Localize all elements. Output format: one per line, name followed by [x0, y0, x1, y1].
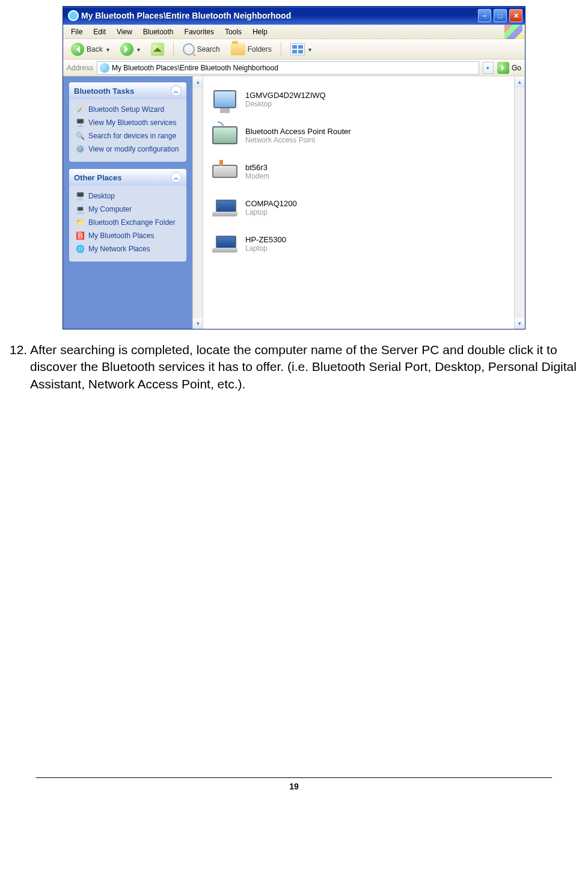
main-scrollbar[interactable]: ▴ ▾	[514, 76, 525, 329]
task-item[interactable]: 🖥️View My Bluetooth services	[75, 116, 180, 129]
maximize-button[interactable]: □	[494, 9, 507, 22]
folder-icon: 📁	[75, 218, 85, 227]
scroll-up-arrow-icon[interactable]: ▴	[515, 76, 525, 87]
device-name: HP-ZE5300	[245, 235, 286, 244]
sidebar-scrollbar[interactable]: ▴ ▾	[192, 76, 203, 329]
device-item[interactable]: bt56r3Modem	[208, 153, 509, 189]
footer-divider	[36, 777, 552, 778]
scroll-down-arrow-icon[interactable]: ▾	[515, 318, 525, 329]
menu-edit[interactable]: Edit	[88, 26, 111, 38]
device-type: Desktop	[245, 100, 326, 108]
menu-view[interactable]: View	[111, 26, 138, 38]
place-label: My Network Places	[88, 245, 150, 253]
forward-button[interactable]	[116, 40, 144, 58]
device-item[interactable]: Bluetooth Access Point RouterNetwork Acc…	[208, 117, 509, 153]
task-item[interactable]: 🔍Search for devices in range	[75, 129, 180, 142]
device-type: Modem	[245, 172, 269, 180]
device-item[interactable]: HP-ZE5300Laptop	[208, 225, 509, 262]
menu-tools[interactable]: Tools	[219, 26, 247, 38]
task-item[interactable]: 🪄Bluetooth Setup Wizard	[75, 103, 180, 116]
go-label: Go	[512, 64, 521, 72]
up-button[interactable]	[147, 40, 168, 58]
toolbar-separator	[173, 42, 174, 57]
close-button[interactable]: ✕	[509, 9, 522, 22]
address-input[interactable]	[112, 64, 476, 72]
device-item[interactable]: COMPAQ1200Laptop	[208, 189, 509, 225]
bluetooth-place-icon	[100, 63, 109, 73]
minimize-button[interactable]: –	[478, 9, 491, 22]
network-icon: 🌐	[75, 244, 85, 254]
scroll-track[interactable]	[515, 87, 525, 318]
place-item[interactable]: 🅱️My Bluetooth Places	[75, 229, 180, 242]
address-input-wrap[interactable]	[97, 61, 479, 75]
laptop-device-icon	[212, 236, 237, 251]
bt-icon: 🅱️	[75, 231, 85, 240]
bluetooth-tasks-title: Bluetooth Tasks	[74, 87, 134, 96]
access-point-icon	[212, 126, 237, 144]
device-name: Bluetooth Access Point Router	[245, 127, 351, 136]
folders-label: Folders	[248, 45, 272, 54]
window-title: My Bluetooth Places\Entire Bluetooth Nei…	[81, 11, 478, 20]
place-item[interactable]: 🌐My Network Places	[75, 242, 180, 256]
device-item[interactable]: 1GMVGD4D2W1ZIWQDesktop	[208, 81, 509, 117]
search-icon	[183, 43, 195, 55]
place-item[interactable]: 💻My Computer	[75, 203, 180, 216]
task-item[interactable]: ⚙️View or modify configuration	[75, 142, 180, 156]
collapse-icon[interactable]: ︽	[171, 172, 182, 183]
place-label: Desktop	[88, 192, 115, 200]
views-icon	[290, 43, 305, 55]
up-folder-icon	[151, 43, 164, 56]
other-places-header[interactable]: Other Places ︽	[69, 169, 186, 186]
go-arrow-icon	[497, 62, 509, 74]
document-page: My Bluetooth Places\Entire Bluetooth Nei…	[0, 6, 588, 791]
back-dropdown-icon[interactable]	[105, 45, 109, 54]
desktop-icon: 🖥️	[75, 191, 85, 201]
config-icon: ⚙️	[75, 144, 85, 154]
place-item[interactable]: 🖥️Desktop	[75, 189, 180, 203]
menu-help[interactable]: Help	[247, 26, 273, 38]
bluetooth-tasks-panel: Bluetooth Tasks ︽ 🪄Bluetooth Setup Wizar…	[69, 82, 186, 162]
computer-icon: 💻	[75, 204, 85, 214]
task-label: Search for devices in range	[88, 132, 176, 140]
collapse-icon[interactable]: ︽	[171, 85, 182, 96]
views-dropdown-icon[interactable]	[307, 45, 311, 54]
scroll-down-arrow-icon[interactable]: ▾	[193, 318, 203, 329]
scroll-up-arrow-icon[interactable]: ▴	[193, 76, 203, 87]
back-button[interactable]: Back	[67, 40, 114, 58]
address-dropdown[interactable]: ▾	[483, 62, 494, 74]
wizard-icon: 🪄	[75, 105, 85, 114]
folders-icon	[231, 43, 245, 55]
place-label: Bluetooth Exchange Folder	[88, 218, 176, 227]
page-footer: 19	[0, 777, 588, 791]
address-label: Address	[67, 64, 93, 72]
titlebar[interactable]: My Bluetooth Places\Entire Bluetooth Nei…	[63, 7, 525, 25]
search-button[interactable]: Search	[179, 41, 224, 58]
toolbar-separator	[281, 42, 281, 57]
search-label: Search	[197, 45, 220, 54]
forward-dropdown-icon[interactable]	[136, 45, 140, 54]
explorer-window: My Bluetooth Places\Entire Bluetooth Nei…	[63, 6, 525, 329]
place-label: My Computer	[88, 205, 132, 213]
task-label: View or modify configuration	[88, 145, 179, 153]
bluetooth-app-icon	[68, 10, 79, 21]
content-area: Bluetooth Tasks ︽ 🪄Bluetooth Setup Wizar…	[63, 76, 525, 329]
page-number: 19	[0, 782, 588, 791]
menu-file[interactable]: File	[66, 26, 88, 38]
menu-favorites[interactable]: Favorites	[179, 26, 219, 38]
place-item[interactable]: 📁Bluetooth Exchange Folder	[75, 216, 180, 229]
laptop-device-icon	[212, 200, 237, 215]
step-number: 12.	[10, 341, 30, 393]
modem-device-icon	[212, 165, 237, 178]
device-name: COMPAQ1200	[245, 199, 297, 208]
folders-button[interactable]: Folders	[227, 41, 276, 58]
scroll-track[interactable]	[193, 87, 203, 318]
menu-bar: File Edit View Bluetooth Favorites Tools…	[63, 25, 525, 39]
back-label: Back	[87, 45, 103, 54]
views-button[interactable]	[286, 41, 316, 58]
bluetooth-tasks-header[interactable]: Bluetooth Tasks ︽	[69, 82, 186, 99]
menu-bluetooth[interactable]: Bluetooth	[138, 26, 179, 38]
go-button[interactable]: Go	[497, 62, 521, 74]
device-type: Network Access Point	[245, 136, 351, 144]
toolbar: Back Search Folders	[63, 39, 525, 60]
device-type: Laptop	[245, 208, 297, 216]
